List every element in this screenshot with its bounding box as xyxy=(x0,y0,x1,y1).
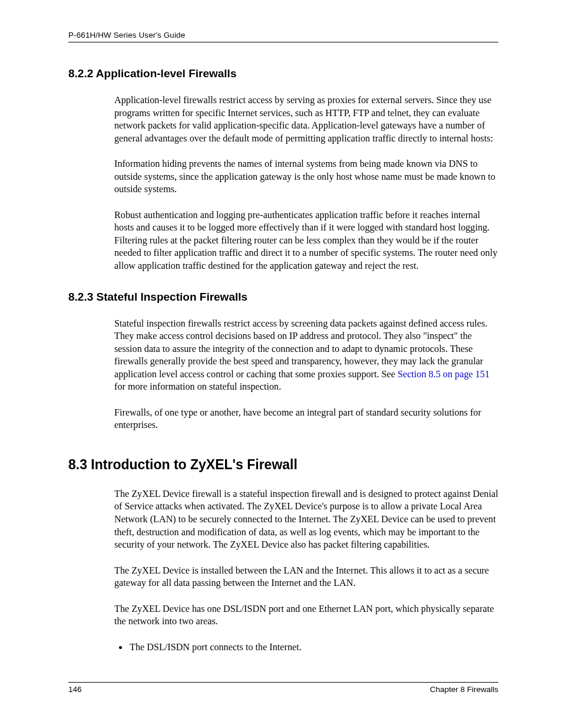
paragraph: Application-level firewalls restrict acc… xyxy=(114,94,498,145)
bullet-list: The DSL/ISDN port connects to the Intern… xyxy=(114,641,498,654)
heading-8-2-2: 8.2.2 Application-level Firewalls xyxy=(68,67,498,80)
page-footer: 146 Chapter 8 Firewalls xyxy=(68,682,498,694)
running-header: P-661H/HW Series User's Guide xyxy=(68,31,498,42)
document-page: P-661H/HW Series User's Guide 8.2.2 Appl… xyxy=(0,0,562,728)
heading-8-2-3: 8.2.3 Stateful Inspection Firewalls xyxy=(68,291,498,304)
paragraph: Robust authentication and logging pre-au… xyxy=(114,209,498,273)
paragraph: The ZyXEL Device firewall is a stateful … xyxy=(114,488,498,552)
page-number: 146 xyxy=(68,685,82,694)
paragraph: The ZyXEL Device has one DSL/ISDN port a… xyxy=(114,603,498,628)
heading-8-3: 8.3 Introduction to ZyXEL's Firewall xyxy=(68,457,498,473)
text-run: for more information on stateful inspect… xyxy=(114,381,281,392)
section-8-2-2-body: Application-level firewalls restrict acc… xyxy=(114,94,498,273)
paragraph: Stateful inspection firewalls restrict a… xyxy=(114,318,498,394)
list-item: The DSL/ISDN port connects to the Intern… xyxy=(128,641,498,654)
paragraph: The ZyXEL Device is installed between th… xyxy=(114,565,498,590)
cross-reference-link[interactable]: Section 8.5 on page 151 xyxy=(398,369,490,380)
section-8-2-3-body: Stateful inspection firewalls restrict a… xyxy=(114,318,498,432)
chapter-label: Chapter 8 Firewalls xyxy=(430,685,498,694)
section-8-3-body: The ZyXEL Device firewall is a stateful … xyxy=(114,488,498,654)
paragraph: Firewalls, of one type or another, have … xyxy=(114,407,498,432)
paragraph: Information hiding prevents the names of… xyxy=(114,158,498,196)
